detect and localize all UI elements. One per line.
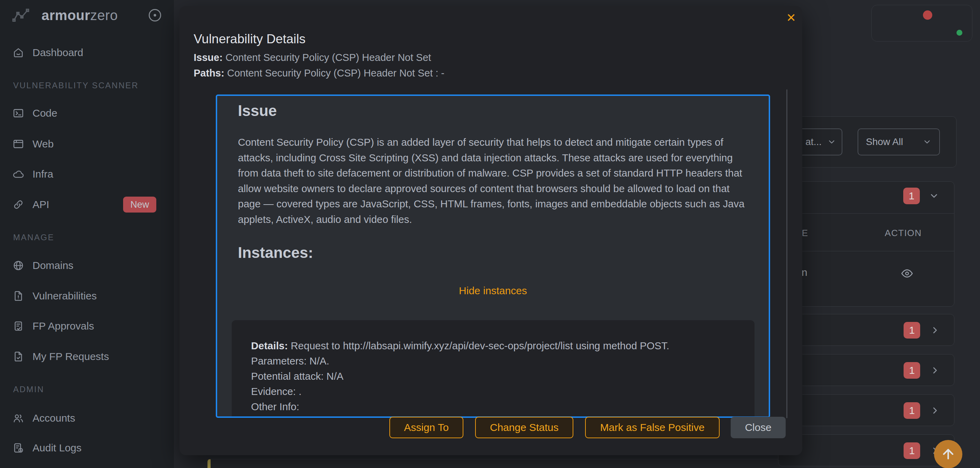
brand-name-bold: armour — [41, 8, 90, 23]
assign-to-button[interactable]: Assign To — [389, 417, 463, 438]
sidebar-item-label: Web — [32, 138, 54, 150]
sidebar-item-label: My FP Requests — [32, 351, 109, 363]
paths-value: Content Security Policy (CSP) Header Not… — [227, 67, 445, 78]
modal-paths-line: Paths: Content Security Policy (CSP) Hea… — [194, 67, 444, 79]
hide-instances-link[interactable]: Hide instances — [217, 285, 769, 297]
details-text: Request to http://labsapi.wimify.xyz/api… — [288, 340, 670, 351]
collapsed-row[interactable]: 1 — [778, 434, 955, 466]
sidebar-item-web[interactable]: Web — [13, 134, 161, 154]
count-badge: 1 — [903, 188, 920, 204]
show-all-dropdown-label: Show All — [866, 136, 903, 147]
table-divider — [778, 251, 955, 251]
paths-label: Paths: — [194, 67, 224, 78]
issue-label: Issue: — [194, 52, 223, 63]
instance-evidence-line: Evidence: . — [251, 384, 735, 399]
clipboard-check-icon — [13, 320, 24, 332]
instance-parameters-line: Parameters: N/A. — [251, 353, 735, 369]
filter-dropdown-label: at... — [805, 136, 822, 147]
file-alert-icon — [13, 290, 24, 302]
background-card-severity-edge — [207, 459, 778, 468]
users-icon — [13, 412, 24, 424]
sidebar-section-vulnerability-scanner: VULNERABILITY SCANNER — [13, 81, 138, 90]
sidebar-section-admin: ADMIN — [13, 385, 44, 394]
table-header-action: ACTION — [883, 228, 924, 238]
issue-description-box: Issue Content Security Policy (CSP) is a… — [216, 94, 770, 418]
sidebar-item-label: API — [32, 199, 49, 211]
count-badge: 1 — [904, 322, 920, 339]
sidebar-item-accounts[interactable]: Accounts — [13, 409, 161, 428]
sidebar-item-label: Dashboard — [32, 47, 83, 59]
instance-potential-attack-line: Potential attack: N/A — [251, 369, 735, 384]
brand-logo-icon — [9, 6, 32, 24]
sidebar-item-label: Audit Logs — [32, 442, 82, 454]
table-row-text-partial: n — [802, 267, 807, 278]
sidebar-section-manage: MANAGE — [13, 233, 54, 242]
count-badge: 1 — [904, 362, 920, 379]
brand-name-light: zero — [90, 8, 118, 23]
chevron-right-icon[interactable] — [930, 405, 940, 416]
sidebar-item-my-fp-requests[interactable]: My FP Requests — [13, 347, 161, 366]
browser-icon — [13, 138, 24, 150]
sidebar-item-label: Code — [32, 107, 57, 119]
show-all-dropdown[interactable]: Show All — [858, 128, 940, 155]
sidebar-item-fp-approvals[interactable]: FP Approvals — [13, 316, 161, 336]
scroll-to-top-button[interactable] — [934, 440, 963, 468]
notification-badge-dot — [923, 10, 932, 20]
collapsed-row[interactable]: 1 — [778, 354, 955, 386]
sidebar-item-label: Infra — [32, 168, 53, 180]
count-badge: 1 — [904, 402, 920, 419]
modal-issue-line: Issue: Content Security Policy (CSP) Hea… — [194, 51, 431, 64]
sidebar-item-vulnerabilities[interactable]: Vulnerabilities — [13, 286, 161, 306]
arrow-up-icon — [940, 447, 956, 462]
table-divider — [778, 213, 955, 214]
sidebar-item-label: Accounts — [32, 412, 75, 424]
modal-title: Vulnerability Details — [194, 32, 306, 46]
count-badge: 1 — [904, 442, 920, 459]
collapsed-row[interactable]: 1 — [778, 394, 955, 426]
home-icon — [13, 47, 24, 59]
terminal-icon — [13, 107, 24, 119]
sidebar-item-domains[interactable]: Domains — [13, 256, 161, 275]
close-icon[interactable]: ✕ — [786, 12, 796, 24]
chevron-down-icon — [923, 137, 932, 147]
instances-heading: Instances: — [238, 244, 313, 261]
sidebar-item-infra[interactable]: Infra — [13, 165, 161, 184]
online-status-dot — [955, 29, 964, 37]
sidebar-collapse-icon[interactable] — [147, 8, 162, 23]
issue-paragraph: Content Security Policy (CSP) is an adde… — [238, 135, 751, 227]
new-badge: New — [123, 196, 156, 212]
modal-scrollbar[interactable] — [786, 89, 788, 418]
brand-name: armourzero — [41, 6, 118, 24]
sidebar-item-label: FP Approvals — [32, 320, 94, 332]
details-label: Details: — [251, 340, 288, 351]
issue-value: Content Security Policy (CSP) Header Not… — [226, 52, 431, 63]
close-button[interactable]: Close — [731, 417, 786, 438]
vulnerability-group-card-expanded — [778, 181, 955, 307]
app-root: armourzero Dashboard VULNERABILITY SCANN… — [0, 0, 980, 468]
collapsed-row[interactable]: 1 — [778, 314, 955, 346]
file-check-icon — [13, 351, 24, 363]
chevron-down-icon — [827, 137, 836, 147]
instance-details-box: Details: Request to http://labsapi.wimif… — [232, 320, 754, 418]
chevron-down-icon[interactable] — [929, 191, 939, 201]
sidebar-item-dashboard[interactable]: Dashboard — [13, 43, 161, 62]
change-status-button[interactable]: Change Status — [475, 417, 573, 438]
chevron-right-icon[interactable] — [930, 365, 940, 375]
sidebar-item-code[interactable]: Code — [13, 104, 161, 123]
sidebar-item-label: Vulnerabilities — [32, 290, 97, 302]
mark-false-positive-button[interactable]: Mark as False Positive — [585, 417, 720, 438]
sidebar-item-audit-logs[interactable]: Audit Logs — [13, 438, 161, 458]
vulnerability-details-modal: ✕ Vulnerability Details Issue: Content S… — [180, 6, 802, 455]
issue-heading: Issue — [238, 102, 277, 120]
api-icon — [13, 199, 24, 211]
sidebar-item-label: Domains — [32, 260, 73, 272]
sidebar: armourzero Dashboard VULNERABILITY SCANN… — [0, 0, 174, 468]
view-eye-icon[interactable] — [900, 267, 913, 280]
instance-other-info-line: Other Info: — [251, 399, 735, 414]
cloud-icon — [13, 168, 24, 180]
chevron-right-icon[interactable] — [930, 325, 940, 335]
globe-icon — [13, 260, 24, 272]
instance-details-line: Details: Request to http://labsapi.wimif… — [251, 338, 735, 353]
clipboard-clock-icon — [13, 442, 24, 454]
